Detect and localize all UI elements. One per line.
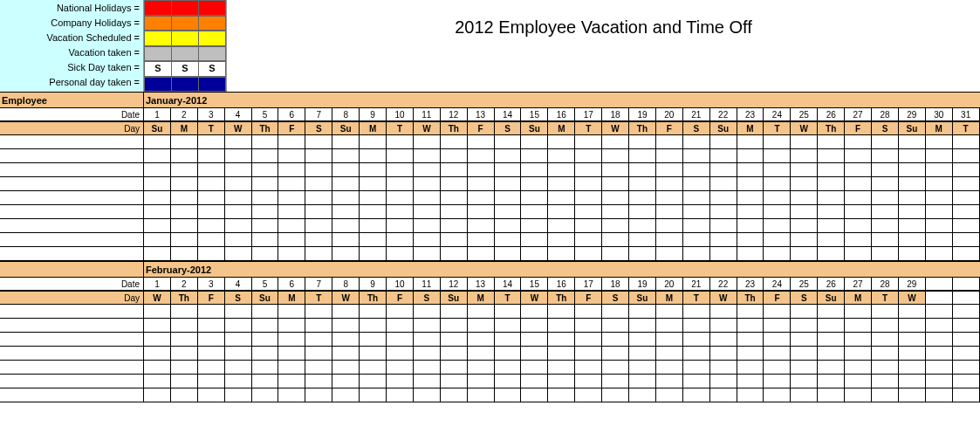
day-cell[interactable] xyxy=(495,191,522,205)
day-cell[interactable] xyxy=(629,361,656,375)
day-cell[interactable] xyxy=(737,305,764,319)
day-cell[interactable] xyxy=(441,177,468,191)
day-cell[interactable] xyxy=(495,305,522,319)
day-cell[interactable] xyxy=(441,205,468,219)
day-cell[interactable] xyxy=(926,233,953,247)
day-cell[interactable] xyxy=(441,388,468,402)
day-cell[interactable] xyxy=(305,247,332,261)
day-cell[interactable] xyxy=(791,233,818,247)
day-cell[interactable] xyxy=(225,247,252,261)
day-cell[interactable] xyxy=(521,219,548,233)
day-cell[interactable] xyxy=(818,361,845,375)
day-cell[interactable] xyxy=(441,219,468,233)
day-cell[interactable] xyxy=(225,163,252,177)
day-cell[interactable] xyxy=(575,388,602,402)
day-cell[interactable] xyxy=(468,205,495,219)
day-cell[interactable] xyxy=(305,375,332,388)
day-cell[interactable] xyxy=(468,347,495,361)
day-cell[interactable] xyxy=(360,305,387,319)
day-cell[interactable] xyxy=(414,247,441,261)
day-cell[interactable] xyxy=(278,347,305,361)
day-cell[interactable] xyxy=(495,319,522,333)
day-cell[interactable] xyxy=(872,333,899,347)
day-cell[interactable] xyxy=(710,247,737,261)
day-cell[interactable] xyxy=(252,247,279,261)
day-cell[interactable] xyxy=(198,191,225,205)
day-cell[interactable] xyxy=(710,219,737,233)
day-cell[interactable] xyxy=(387,205,414,219)
day-cell[interactable] xyxy=(656,388,683,402)
day-cell[interactable] xyxy=(872,375,899,388)
day-cell[interactable] xyxy=(305,135,332,149)
day-cell[interactable] xyxy=(468,375,495,388)
day-cell[interactable] xyxy=(791,305,818,319)
day-cell[interactable] xyxy=(764,305,791,319)
day-cell[interactable] xyxy=(468,333,495,347)
day-cell[interactable] xyxy=(629,388,656,402)
day-cell[interactable] xyxy=(737,247,764,261)
day-cell[interactable] xyxy=(737,205,764,219)
day-cell[interactable] xyxy=(899,333,926,347)
day-cell[interactable] xyxy=(791,149,818,163)
day-cell[interactable] xyxy=(332,191,360,205)
day-cell[interactable] xyxy=(710,135,737,149)
day-cell[interactable] xyxy=(252,361,279,375)
day-cell[interactable] xyxy=(414,375,441,388)
day-cell[interactable] xyxy=(278,149,305,163)
day-cell[interactable] xyxy=(332,163,360,177)
day-cell[interactable] xyxy=(872,149,899,163)
day-cell[interactable] xyxy=(278,333,305,347)
day-cell[interactable] xyxy=(468,305,495,319)
day-cell[interactable] xyxy=(872,163,899,177)
day-cell[interactable] xyxy=(278,191,305,205)
day-cell[interactable] xyxy=(225,219,252,233)
day-cell[interactable] xyxy=(791,375,818,388)
day-cell[interactable] xyxy=(899,247,926,261)
day-cell[interactable] xyxy=(198,319,225,333)
day-cell[interactable] xyxy=(872,361,899,375)
day-cell[interactable] xyxy=(953,305,980,319)
employee-row[interactable] xyxy=(0,247,980,261)
day-cell[interactable] xyxy=(171,149,198,163)
day-cell[interactable] xyxy=(575,333,602,347)
day-cell[interactable] xyxy=(441,333,468,347)
day-cell[interactable] xyxy=(278,177,305,191)
employee-name-cell[interactable] xyxy=(0,361,144,375)
day-cell[interactable] xyxy=(360,319,387,333)
day-cell[interactable] xyxy=(602,191,629,205)
day-cell[interactable] xyxy=(818,135,845,149)
day-cell[interactable] xyxy=(144,247,171,261)
day-cell[interactable] xyxy=(683,205,710,219)
day-cell[interactable] xyxy=(305,347,332,361)
day-cell[interactable] xyxy=(683,191,710,205)
day-cell[interactable] xyxy=(495,219,522,233)
day-cell[interactable] xyxy=(953,163,980,177)
day-cell[interactable] xyxy=(602,219,629,233)
day-cell[interactable] xyxy=(387,388,414,402)
day-cell[interactable] xyxy=(468,149,495,163)
day-cell[interactable] xyxy=(548,388,575,402)
day-cell[interactable] xyxy=(414,361,441,375)
day-cell[interactable] xyxy=(441,347,468,361)
day-cell[interactable] xyxy=(387,177,414,191)
day-cell[interactable] xyxy=(305,305,332,319)
day-cell[interactable] xyxy=(656,149,683,163)
day-cell[interactable] xyxy=(818,305,845,319)
day-cell[interactable] xyxy=(656,219,683,233)
day-cell[interactable] xyxy=(198,233,225,247)
day-cell[interactable] xyxy=(225,177,252,191)
employee-name-cell[interactable] xyxy=(0,375,144,388)
day-cell[interactable] xyxy=(171,388,198,402)
day-cell[interactable] xyxy=(441,305,468,319)
day-cell[interactable] xyxy=(171,191,198,205)
day-cell[interactable] xyxy=(360,347,387,361)
day-cell[interactable] xyxy=(198,177,225,191)
day-cell[interactable] xyxy=(791,388,818,402)
day-cell[interactable] xyxy=(656,361,683,375)
day-cell[interactable] xyxy=(710,319,737,333)
day-cell[interactable] xyxy=(791,247,818,261)
day-cell[interactable] xyxy=(360,333,387,347)
day-cell[interactable] xyxy=(791,177,818,191)
day-cell[interactable] xyxy=(387,319,414,333)
day-cell[interactable] xyxy=(278,361,305,375)
